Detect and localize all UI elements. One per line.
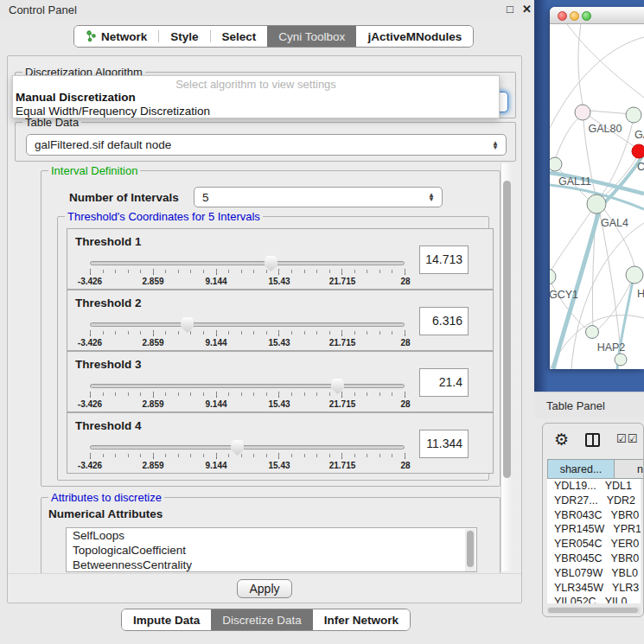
tab-infer-label: Infer Network bbox=[324, 614, 399, 627]
network-window-titlebar[interactable] bbox=[550, 7, 644, 24]
node-gal4[interactable] bbox=[587, 194, 606, 214]
attributes-group-title: Attributes to discretize bbox=[48, 491, 164, 504]
node-gal11[interactable] bbox=[550, 157, 562, 171]
table-row[interactable]: YDL19...YDL1 bbox=[547, 479, 641, 494]
attributes-group: Attributes to discretize Numerical Attri… bbox=[41, 497, 501, 577]
table-row[interactable]: YBL079WYBL0 bbox=[547, 566, 641, 581]
cell: YPR1 bbox=[604, 522, 641, 537]
scale-label: -3.426 bbox=[78, 461, 102, 470]
table-row[interactable]: YBR043CYBR0 bbox=[547, 508, 641, 523]
tab-cyni-toolbox[interactable]: Cyni Toolbox bbox=[267, 26, 356, 47]
tab-infer-network[interactable]: Infer Network bbox=[313, 609, 410, 630]
split-columns-icon[interactable] bbox=[585, 433, 600, 447]
node-bottom[interactable] bbox=[615, 354, 627, 366]
threshold-2-slider[interactable] bbox=[90, 322, 405, 327]
tab-style[interactable]: Style bbox=[159, 26, 209, 47]
table-row[interactable]: YDR27...YDR2 bbox=[547, 494, 641, 508]
numerical-attributes-list: SelfLoops TopologicalCoefficient Between… bbox=[66, 527, 477, 572]
slider-ticks bbox=[90, 392, 406, 396]
threshold-1-slider[interactable] bbox=[90, 261, 405, 265]
threshold-3-box: Threshold 3 -3.426 2.859 9.144 15.43 21.… bbox=[67, 351, 494, 412]
table-data-group: Table Data galFiltered.sif default node … bbox=[15, 122, 516, 162]
tab-discretize-data[interactable]: Discretize Data bbox=[211, 609, 313, 630]
slider-scale: -3.426 2.859 9.144 15.43 21.715 28 bbox=[90, 461, 405, 471]
tab-network-label: Network bbox=[101, 30, 147, 43]
main-scrollbar-thumb[interactable] bbox=[503, 181, 511, 478]
tab-jactivemnodules[interactable]: jActiveMNodules bbox=[356, 26, 473, 47]
attributes-scrollbar[interactable] bbox=[465, 529, 475, 572]
num-intervals-combobox[interactable]: 5 ▲▼ bbox=[194, 187, 443, 207]
threshold-4-value[interactable]: 11.344 bbox=[419, 430, 469, 458]
cell: YER0 bbox=[603, 537, 641, 552]
threshold-3-slider[interactable] bbox=[90, 384, 405, 388]
column-header-name[interactable]: n bbox=[615, 459, 644, 479]
network-canvas[interactable]: GAL80 GA C GAL11 GAL4 GCY1 H HAP2 bbox=[550, 24, 644, 369]
gear-icon[interactable]: ⚙ bbox=[554, 430, 569, 450]
scale-label: 9.144 bbox=[205, 399, 226, 409]
table-row[interactable]: YER054CYER0 bbox=[547, 537, 641, 552]
column-checkbox-icons[interactable]: ☑☑ bbox=[616, 432, 638, 445]
tab-network[interactable]: Network bbox=[74, 26, 158, 47]
list-item[interactable]: TopologicalCoefficient bbox=[67, 543, 476, 558]
scale-label: 2.859 bbox=[142, 338, 163, 348]
table-data-value: galFiltered.sif default node bbox=[35, 138, 171, 151]
node-gcy1[interactable] bbox=[550, 269, 556, 284]
table-horizontal-scrollbar[interactable] bbox=[547, 607, 641, 614]
scale-label: 21.715 bbox=[329, 399, 356, 409]
threshold-2-label: Threshold 2 bbox=[75, 296, 142, 309]
table-row[interactable]: YIL052CYIL0 bbox=[547, 595, 641, 603]
main-scrollbar-track[interactable] bbox=[501, 163, 513, 571]
scale-label: 2.859 bbox=[142, 399, 163, 409]
cell: YDR2 bbox=[598, 494, 641, 508]
close-icon[interactable]: ✕ bbox=[522, 3, 532, 16]
node-red-selected[interactable] bbox=[632, 144, 644, 158]
zoom-traffic-light-icon[interactable] bbox=[582, 11, 591, 21]
node-label: HAP2 bbox=[597, 341, 626, 354]
list-item[interactable]: BetweennessCentrality bbox=[67, 558, 476, 572]
node-label: GAL11 bbox=[558, 175, 591, 188]
combo-stepper-icon: ▲▼ bbox=[428, 193, 435, 201]
cell: YLR345W bbox=[547, 581, 603, 596]
apply-button[interactable]: Apply bbox=[237, 579, 292, 598]
threshold-1-value[interactable]: 14.713 bbox=[419, 245, 469, 274]
interval-group-title: Interval Definition bbox=[48, 164, 140, 177]
algorithm-option-equal[interactable]: Equal Width/Frequency Discretization bbox=[16, 105, 210, 118]
node-right-mid[interactable] bbox=[626, 266, 643, 284]
threshold-4-slider[interactable] bbox=[90, 445, 405, 450]
threshold-3-value[interactable]: 21.4 bbox=[419, 368, 469, 397]
close-traffic-light-icon[interactable] bbox=[558, 11, 567, 21]
node-hap2[interactable] bbox=[586, 326, 599, 339]
column-header-shared-name[interactable]: shared... bbox=[547, 459, 615, 479]
threshold-2-value[interactable]: 6.316 bbox=[419, 307, 469, 335]
threshold-3-label: Threshold 3 bbox=[75, 358, 142, 371]
node-gal80[interactable] bbox=[575, 105, 590, 120]
panel-title: Control Panel bbox=[9, 3, 77, 16]
table-panel-bar: Table Panel bbox=[534, 392, 644, 418]
cell: YDL1 bbox=[596, 479, 641, 494]
slider-ticks bbox=[90, 331, 406, 335]
algorithm-option-manual[interactable]: Manual Discretization bbox=[16, 91, 136, 104]
network-view-window[interactable]: GAL80 GA C GAL11 GAL4 GCY1 H HAP2 bbox=[550, 7, 644, 369]
slider-scale: -3.426 2.859 9.144 15.43 21.715 28 bbox=[90, 277, 405, 287]
tab-jactive-label: jActiveMNodules bbox=[367, 30, 462, 43]
table-row[interactable]: YLR345WYLR3 bbox=[547, 581, 641, 596]
minimize-traffic-light-icon[interactable] bbox=[570, 11, 579, 21]
table-browser-window: ⚙ ☑☑ shared... n YDL19...YDL1 YDR27...YD… bbox=[542, 423, 644, 617]
slider-ticks bbox=[90, 454, 406, 457]
table-data-combobox[interactable]: galFiltered.sif default node ▲▼ bbox=[26, 134, 507, 156]
scale-label: 15.43 bbox=[268, 461, 290, 470]
threshold-1-box: Threshold 1 -3.426 2.859 9.144 15.43 21.… bbox=[67, 228, 494, 290]
table-row[interactable]: YPR145WYPR1 bbox=[547, 522, 641, 537]
scale-label: 28 bbox=[400, 461, 410, 470]
list-item[interactable]: SelfLoops bbox=[67, 528, 476, 543]
tab-impute-data[interactable]: Impute Data bbox=[122, 609, 211, 630]
table-row[interactable]: YBR045CYBR0 bbox=[547, 552, 641, 566]
node-top-right[interactable] bbox=[626, 107, 641, 123]
tab-select[interactable]: Select bbox=[211, 26, 268, 47]
cell: YIL0 bbox=[596, 595, 641, 603]
scale-label: 15.43 bbox=[268, 399, 290, 409]
cell: YBR0 bbox=[603, 508, 641, 523]
scale-label: 9.144 bbox=[205, 277, 226, 286]
algorithm-dropdown-popup: Select algorithm to view settings Manual… bbox=[12, 75, 500, 118]
float-window-icon[interactable]: □ bbox=[507, 3, 513, 16]
